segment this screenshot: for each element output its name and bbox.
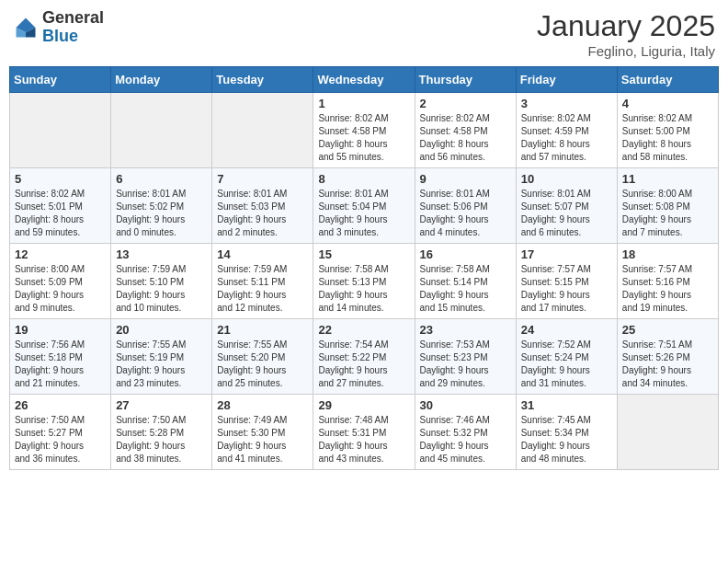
- day-number: 8: [318, 172, 409, 186]
- calendar-cell: 4Sunrise: 8:02 AM Sunset: 5:00 PM Daylig…: [617, 93, 718, 168]
- day-number: 11: [622, 172, 713, 186]
- day-number: 23: [420, 323, 511, 337]
- day-number: 12: [15, 247, 106, 261]
- day-number: 3: [521, 97, 612, 110]
- day-info: Sunrise: 7:51 AM Sunset: 5:26 PM Dayligh…: [622, 339, 713, 390]
- calendar-week-2: 5Sunrise: 8:02 AM Sunset: 5:01 PM Daylig…: [10, 168, 719, 244]
- calendar-cell: 31Sunrise: 7:45 AM Sunset: 5:34 PM Dayli…: [516, 395, 617, 470]
- day-number: 15: [318, 247, 409, 261]
- logo-blue-text: Blue: [42, 27, 78, 45]
- calendar-cell: 16Sunrise: 7:58 AM Sunset: 5:14 PM Dayli…: [415, 244, 516, 319]
- calendar-table: SundayMondayTuesdayWednesdayThursdayFrid…: [9, 66, 719, 470]
- day-header-saturday: Saturday: [617, 67, 718, 93]
- day-info: Sunrise: 8:02 AM Sunset: 4:58 PM Dayligh…: [318, 112, 409, 164]
- calendar-cell: [111, 93, 212, 168]
- day-number: 28: [217, 398, 308, 412]
- day-info: Sunrise: 7:57 AM Sunset: 5:16 PM Dayligh…: [622, 263, 713, 315]
- calendar-cell: 19Sunrise: 7:56 AM Sunset: 5:18 PM Dayli…: [10, 319, 111, 395]
- day-info: Sunrise: 7:59 AM Sunset: 5:10 PM Dayligh…: [116, 263, 207, 315]
- day-info: Sunrise: 7:58 AM Sunset: 5:14 PM Dayligh…: [420, 263, 511, 315]
- day-number: 27: [116, 398, 207, 412]
- day-header-monday: Monday: [111, 67, 212, 93]
- day-info: Sunrise: 7:50 AM Sunset: 5:27 PM Dayligh…: [15, 414, 106, 465]
- day-header-thursday: Thursday: [415, 67, 516, 93]
- day-info: Sunrise: 7:55 AM Sunset: 5:19 PM Dayligh…: [116, 339, 207, 390]
- day-info: Sunrise: 8:02 AM Sunset: 4:59 PM Dayligh…: [521, 112, 612, 164]
- day-number: 7: [217, 172, 308, 186]
- day-header-friday: Friday: [516, 67, 617, 93]
- day-number: 4: [622, 97, 713, 110]
- day-info: Sunrise: 7:52 AM Sunset: 5:24 PM Dayligh…: [521, 339, 612, 390]
- day-number: 20: [116, 323, 207, 337]
- day-info: Sunrise: 7:54 AM Sunset: 5:22 PM Dayligh…: [318, 339, 409, 390]
- day-header-sunday: Sunday: [10, 67, 111, 93]
- day-number: 30: [420, 398, 511, 412]
- calendar-cell: 10Sunrise: 8:01 AM Sunset: 5:07 PM Dayli…: [516, 168, 617, 244]
- logo-general-text: General: [42, 8, 104, 27]
- calendar-week-5: 26Sunrise: 7:50 AM Sunset: 5:27 PM Dayli…: [10, 395, 719, 470]
- calendar-cell: 1Sunrise: 8:02 AM Sunset: 4:58 PM Daylig…: [313, 93, 415, 168]
- day-info: Sunrise: 7:56 AM Sunset: 5:18 PM Dayligh…: [15, 339, 106, 390]
- calendar-cell: 14Sunrise: 7:59 AM Sunset: 5:11 PM Dayli…: [212, 244, 313, 319]
- calendar-cell: 11Sunrise: 8:00 AM Sunset: 5:08 PM Dayli…: [617, 168, 718, 244]
- calendar-header-row: SundayMondayTuesdayWednesdayThursdayFrid…: [10, 67, 719, 93]
- calendar-cell: [212, 93, 313, 168]
- day-number: 29: [318, 398, 409, 412]
- calendar-cell: 27Sunrise: 7:50 AM Sunset: 5:28 PM Dayli…: [111, 395, 212, 470]
- calendar-cell: 6Sunrise: 8:01 AM Sunset: 5:02 PM Daylig…: [111, 168, 212, 244]
- day-number: 26: [15, 398, 106, 412]
- day-info: Sunrise: 7:48 AM Sunset: 5:31 PM Dayligh…: [318, 414, 409, 465]
- calendar-cell: 2Sunrise: 8:02 AM Sunset: 4:58 PM Daylig…: [415, 93, 516, 168]
- day-header-tuesday: Tuesday: [212, 67, 313, 93]
- calendar-cell: 25Sunrise: 7:51 AM Sunset: 5:26 PM Dayli…: [617, 319, 718, 395]
- calendar-cell: 22Sunrise: 7:54 AM Sunset: 5:22 PM Dayli…: [313, 319, 415, 395]
- day-info: Sunrise: 8:01 AM Sunset: 5:06 PM Dayligh…: [420, 188, 511, 239]
- day-number: 18: [622, 247, 713, 261]
- day-info: Sunrise: 8:00 AM Sunset: 5:09 PM Dayligh…: [15, 263, 106, 315]
- calendar-cell: 28Sunrise: 7:49 AM Sunset: 5:30 PM Dayli…: [212, 395, 313, 470]
- day-info: Sunrise: 7:46 AM Sunset: 5:32 PM Dayligh…: [420, 414, 511, 465]
- logo: General Blue: [13, 9, 104, 46]
- calendar-cell: 13Sunrise: 7:59 AM Sunset: 5:10 PM Dayli…: [111, 244, 212, 319]
- calendar-week-4: 19Sunrise: 7:56 AM Sunset: 5:18 PM Dayli…: [10, 319, 719, 395]
- location-title: Feglino, Liguria, Italy: [537, 43, 715, 59]
- day-number: 19: [15, 323, 106, 337]
- day-number: 5: [15, 172, 106, 186]
- calendar-cell: 8Sunrise: 8:01 AM Sunset: 5:04 PM Daylig…: [313, 168, 415, 244]
- day-info: Sunrise: 7:55 AM Sunset: 5:20 PM Dayligh…: [217, 339, 308, 390]
- day-number: 16: [420, 247, 511, 261]
- day-info: Sunrise: 7:58 AM Sunset: 5:13 PM Dayligh…: [318, 263, 409, 315]
- day-info: Sunrise: 8:02 AM Sunset: 5:00 PM Dayligh…: [622, 112, 713, 164]
- day-info: Sunrise: 8:01 AM Sunset: 5:07 PM Dayligh…: [521, 188, 612, 239]
- calendar-cell: 9Sunrise: 8:01 AM Sunset: 5:06 PM Daylig…: [415, 168, 516, 244]
- calendar-cell: 24Sunrise: 7:52 AM Sunset: 5:24 PM Dayli…: [516, 319, 617, 395]
- day-number: 13: [116, 247, 207, 261]
- calendar-cell: 7Sunrise: 8:01 AM Sunset: 5:03 PM Daylig…: [212, 168, 313, 244]
- day-info: Sunrise: 8:01 AM Sunset: 5:03 PM Dayligh…: [217, 188, 308, 239]
- day-number: 21: [217, 323, 308, 337]
- day-number: 17: [521, 247, 612, 261]
- calendar-week-1: 1Sunrise: 8:02 AM Sunset: 4:58 PM Daylig…: [10, 93, 719, 168]
- day-info: Sunrise: 7:49 AM Sunset: 5:30 PM Dayligh…: [217, 414, 308, 465]
- day-number: 14: [217, 247, 308, 261]
- day-info: Sunrise: 7:50 AM Sunset: 5:28 PM Dayligh…: [116, 414, 207, 465]
- calendar-cell: 3Sunrise: 8:02 AM Sunset: 4:59 PM Daylig…: [516, 93, 617, 168]
- day-info: Sunrise: 7:57 AM Sunset: 5:15 PM Dayligh…: [521, 263, 612, 315]
- day-number: 9: [420, 172, 511, 186]
- day-header-wednesday: Wednesday: [313, 67, 415, 93]
- calendar-cell: 30Sunrise: 7:46 AM Sunset: 5:32 PM Dayli…: [415, 395, 516, 470]
- calendar-cell: 21Sunrise: 7:55 AM Sunset: 5:20 PM Dayli…: [212, 319, 313, 395]
- page-header: General Blue January 2025 Feglino, Ligur…: [9, 9, 719, 59]
- calendar-cell: [10, 93, 111, 168]
- day-info: Sunrise: 8:02 AM Sunset: 4:58 PM Dayligh…: [420, 112, 511, 164]
- day-info: Sunrise: 7:45 AM Sunset: 5:34 PM Dayligh…: [521, 414, 612, 465]
- day-number: 6: [116, 172, 207, 186]
- day-number: 24: [521, 323, 612, 337]
- day-number: 31: [521, 398, 612, 412]
- calendar-cell: 26Sunrise: 7:50 AM Sunset: 5:27 PM Dayli…: [10, 395, 111, 470]
- calendar-cell: 18Sunrise: 7:57 AM Sunset: 5:16 PM Dayli…: [617, 244, 718, 319]
- calendar-cell: 29Sunrise: 7:48 AM Sunset: 5:31 PM Dayli…: [313, 395, 415, 470]
- calendar-cell: 5Sunrise: 8:02 AM Sunset: 5:01 PM Daylig…: [10, 168, 111, 244]
- calendar-week-3: 12Sunrise: 8:00 AM Sunset: 5:09 PM Dayli…: [10, 244, 719, 319]
- calendar-cell: 20Sunrise: 7:55 AM Sunset: 5:19 PM Dayli…: [111, 319, 212, 395]
